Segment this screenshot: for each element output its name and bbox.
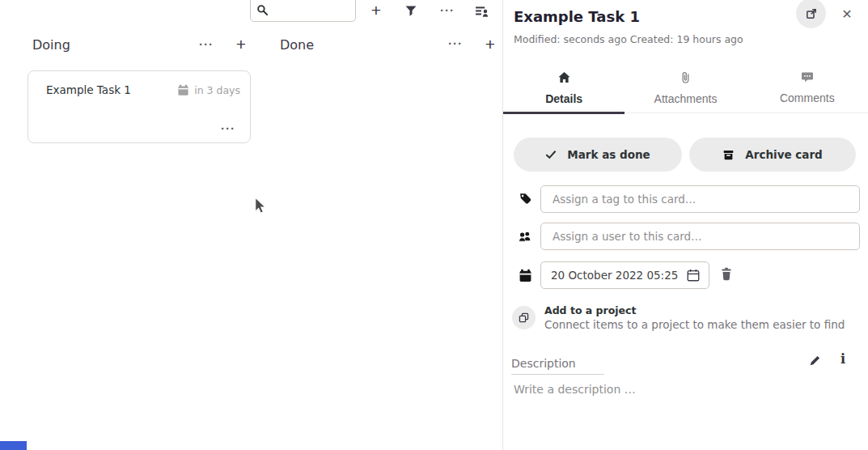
assign-user-input[interactable]: [540, 223, 860, 250]
add-to-project-title: Add to a project: [544, 304, 636, 316]
open-in-window-button[interactable]: [796, 0, 826, 28]
doing-add-card-button[interactable]: +: [233, 34, 249, 55]
task-card[interactable]: Example Task 1 in 3 days ···: [28, 70, 251, 143]
pencil-icon: [809, 354, 822, 367]
info-icon: i: [840, 351, 845, 367]
add-to-project-subtitle: Connect items to a project to make them …: [544, 318, 845, 331]
tag-icon: [519, 192, 532, 206]
paperclip-icon: [680, 71, 691, 84]
more-icon: ···: [221, 121, 235, 135]
add-column-button[interactable]: +: [368, 0, 384, 21]
edit-description-button[interactable]: [809, 354, 822, 367]
description-placeholder[interactable]: Write a description …: [514, 383, 636, 396]
column-title-doing: Doing: [32, 37, 70, 53]
home-icon: [557, 71, 571, 84]
more-icon: ···: [440, 3, 455, 17]
card-due-label: in 3 days: [194, 84, 240, 96]
more-icon: ···: [448, 36, 463, 50]
list-person-icon: [475, 4, 489, 18]
tab-details[interactable]: Details: [503, 63, 625, 112]
users-icon: [518, 230, 532, 243]
due-date-field[interactable]: 20 October 2022 05:25: [540, 261, 709, 289]
close-icon: ✕: [841, 7, 852, 21]
archive-card-label: Archive card: [745, 148, 822, 161]
mark-as-done-button[interactable]: Mark as done: [514, 138, 682, 172]
tab-label: Details: [545, 92, 582, 105]
assignees-view-button[interactable]: [475, 4, 489, 18]
mark-as-done-label: Mark as done: [567, 148, 650, 161]
due-date-value: 20 October 2022 05:25: [551, 269, 686, 282]
project-copy-icon: [518, 312, 530, 324]
panel-title: Example Task 1: [514, 8, 640, 25]
chat-bubble-icon: [801, 71, 814, 83]
accent-corner-bar: [0, 441, 27, 450]
card-title: Example Task 1: [46, 83, 131, 96]
remove-date-button[interactable]: [720, 267, 733, 281]
card-menu-button[interactable]: ···: [218, 120, 239, 138]
close-panel-button[interactable]: ✕: [838, 4, 856, 23]
mouse-cursor-icon: [255, 197, 267, 214]
board-menu-button[interactable]: ···: [437, 2, 458, 19]
card-due: in 3 days: [177, 84, 240, 96]
tab-label: Comments: [780, 91, 835, 104]
description-info-button[interactable]: i: [840, 351, 845, 367]
panel-tabs: Details Attachments Comments: [503, 63, 868, 113]
trash-icon: [720, 267, 733, 281]
board-area: + ··· Doing ··· + Done ··· + Example T: [0, 0, 502, 450]
funnel-icon: [404, 4, 417, 17]
card-details-panel: Example Task 1 Modified: seconds ago Cre…: [503, 0, 868, 450]
search-icon: [256, 4, 269, 16]
active-tab-underline: [503, 112, 625, 114]
archive-icon: [722, 149, 735, 161]
doing-column-menu-button[interactable]: ···: [196, 36, 217, 53]
column-title-done: Done: [280, 37, 314, 53]
more-icon: ···: [199, 37, 214, 51]
filter-button[interactable]: [404, 4, 417, 17]
panel-meta: Modified: seconds ago Created: 19 hours …: [514, 33, 743, 45]
description-label: Description: [511, 357, 576, 370]
external-link-icon: [805, 7, 818, 20]
calendar-icon: [519, 269, 532, 282]
kanban-app: + ··· Doing ··· + Done ··· + Example T: [0, 0, 868, 450]
tab-label: Attachments: [654, 92, 718, 105]
add-to-project-button[interactable]: [512, 306, 536, 329]
tab-comments[interactable]: Comments: [747, 63, 868, 112]
calendar-icon: [177, 84, 189, 96]
tab-attachments[interactable]: Attachments: [625, 63, 746, 112]
done-add-card-button[interactable]: +: [482, 34, 498, 55]
archive-card-button[interactable]: Archive card: [689, 138, 856, 172]
check-icon: [545, 149, 557, 160]
calendar-outline-icon: [686, 268, 701, 282]
done-column-menu-button[interactable]: ···: [445, 35, 466, 53]
assign-tag-input[interactable]: [540, 185, 860, 213]
description-underline: [511, 374, 604, 375]
